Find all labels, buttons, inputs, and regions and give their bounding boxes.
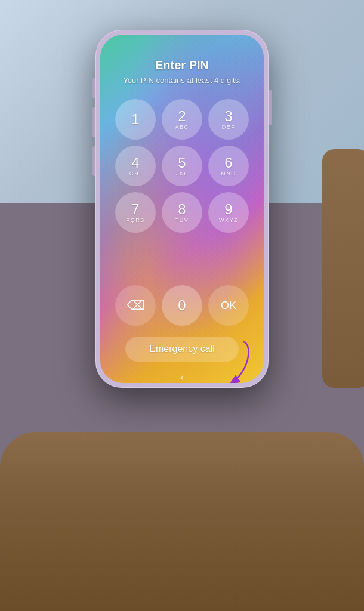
keypad-bottom-row: ⌫ 0 OK — [115, 285, 249, 326]
key-9-sub: WXYZ — [219, 217, 238, 223]
ok-button[interactable]: OK — [208, 285, 249, 326]
key-4-main: 4 — [131, 156, 139, 170]
emergency-call-button[interactable]: Emergency call — [125, 337, 238, 362]
back-chevron-icon: ‹ — [180, 369, 184, 383]
hand-bottom — [0, 432, 364, 611]
keypad-grid: 1 2 ABC 3 DEF 4 GHI — [115, 99, 249, 279]
key-0[interactable]: 0 — [162, 285, 202, 326]
key-5[interactable]: 5 JKL — [162, 146, 202, 186]
mute-button — [92, 78, 95, 98]
volume-up-button — [92, 107, 95, 137]
key-6-main: 6 — [224, 156, 232, 170]
key-5-sub: JKL — [176, 171, 188, 177]
key-4-sub: GHI — [129, 171, 142, 177]
key-0-main: 0 — [178, 298, 186, 313]
key-3-main: 3 — [224, 109, 232, 124]
backspace-icon: ⌫ — [127, 298, 145, 313]
back-button[interactable]: ‹ — [180, 369, 184, 383]
ok-label: OK — [221, 300, 236, 312]
power-button — [269, 90, 272, 125]
pin-title: Enter PIN — [155, 58, 209, 72]
backspace-button[interactable]: ⌫ — [115, 285, 156, 326]
key-7[interactable]: 7 PQRS — [115, 192, 156, 233]
key-3-sub: DEF — [222, 124, 236, 130]
phone-case: Enter PIN Your PIN contains at least 4 d… — [95, 30, 269, 388]
key-3[interactable]: 3 DEF — [208, 99, 249, 140]
key-8-main: 8 — [178, 202, 186, 217]
key-9-main: 9 — [224, 202, 232, 217]
pin-lock-screen: Enter PIN Your PIN contains at least 4 d… — [100, 35, 264, 383]
key-1[interactable]: 1 — [115, 99, 156, 140]
key-1-main: 1 — [131, 112, 139, 126]
key-6-sub: MNO — [221, 171, 236, 177]
volume-down-button — [92, 146, 95, 176]
pin-subtitle: Your PIN contains at least 4 digits. — [123, 76, 241, 85]
key-4[interactable]: 4 GHI — [115, 146, 156, 186]
key-9[interactable]: 9 WXYZ — [208, 192, 249, 233]
key-7-main: 7 — [131, 202, 139, 217]
key-5-main: 5 — [178, 156, 186, 170]
key-2-main: 2 — [178, 109, 186, 124]
key-2[interactable]: 2 ABC — [162, 99, 202, 140]
phone-device: Enter PIN Your PIN contains at least 4 d… — [95, 30, 269, 388]
hand-right — [322, 149, 364, 388]
key-8[interactable]: 8 TUV — [162, 192, 202, 233]
key-6[interactable]: 6 MNO — [208, 146, 249, 186]
key-2-sub: ABC — [175, 124, 189, 130]
phone-screen: Enter PIN Your PIN contains at least 4 d… — [100, 35, 264, 383]
key-7-sub: PQRS — [126, 217, 145, 223]
key-8-sub: TUV — [175, 217, 189, 223]
